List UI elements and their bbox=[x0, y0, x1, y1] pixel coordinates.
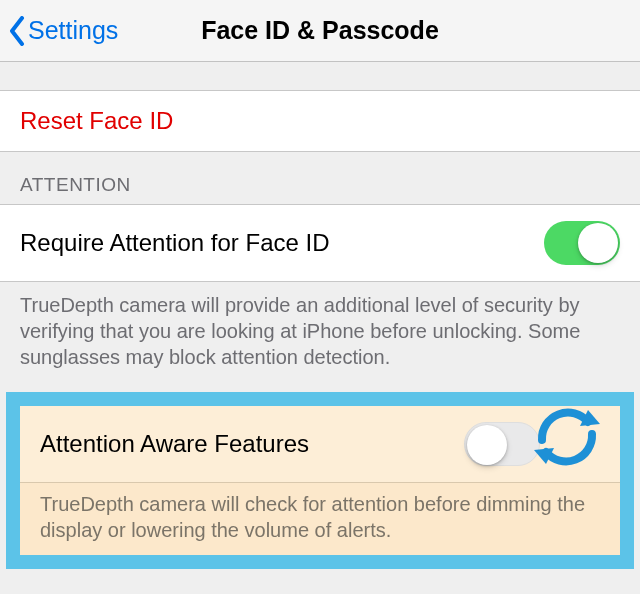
require-attention-label: Require Attention for Face ID bbox=[20, 229, 330, 257]
attention-aware-footer: TrueDepth camera will check for attentio… bbox=[20, 483, 620, 555]
spacer bbox=[0, 62, 640, 90]
attention-section-header: ATTENTION bbox=[0, 152, 640, 204]
require-attention-footer: TrueDepth camera will provide an additio… bbox=[0, 282, 640, 374]
toggle-knob bbox=[467, 425, 507, 465]
attention-aware-row[interactable]: Attention Aware Features bbox=[20, 406, 620, 483]
reset-face-id-label: Reset Face ID bbox=[20, 107, 173, 135]
attention-aware-label: Attention Aware Features bbox=[40, 430, 309, 458]
attention-aware-group: Attention Aware Features TrueDepth camer… bbox=[20, 406, 620, 555]
back-button[interactable]: Settings bbox=[0, 16, 118, 46]
back-label: Settings bbox=[28, 16, 118, 45]
reset-face-id-row[interactable]: Reset Face ID bbox=[0, 90, 640, 152]
chevron-left-icon bbox=[8, 16, 26, 46]
attention-aware-highlight: Attention Aware Features TrueDepth camer… bbox=[6, 392, 634, 569]
attention-aware-toggle[interactable] bbox=[464, 422, 540, 466]
require-attention-toggle[interactable] bbox=[544, 221, 620, 265]
settings-screen: Settings Face ID & Passcode Reset Face I… bbox=[0, 0, 640, 594]
require-attention-row[interactable]: Require Attention for Face ID bbox=[0, 204, 640, 282]
toggle-knob bbox=[578, 223, 618, 263]
navigation-bar: Settings Face ID & Passcode bbox=[0, 0, 640, 62]
